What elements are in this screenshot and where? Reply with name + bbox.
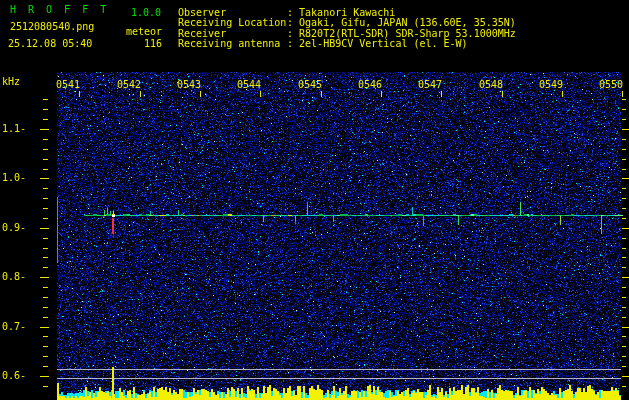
mode-label: meteor	[110, 27, 162, 37]
info-label: Receiving antenna	[178, 39, 287, 49]
app-title: H R O F F T	[10, 5, 109, 15]
info-value: Ogaki, Gifu, JAPAN (136.60E, 35.35N)	[299, 17, 516, 28]
time-tick-label: 0550	[598, 80, 624, 90]
hrofft-window: H R O F F T 1.0.0 2512080540.png meteor …	[0, 0, 629, 400]
info-separator: :	[287, 17, 299, 28]
time-tick-label: 0546	[357, 80, 383, 90]
time-tick-label: 0543	[176, 80, 202, 90]
time-tick-label: 0544	[236, 80, 262, 90]
time-tick-label: 0549	[538, 80, 564, 90]
freq-tick-label: 1.0-	[2, 173, 42, 183]
info-value: 2el-HB9CV Vertical (el. E-W)	[299, 38, 468, 49]
info-row-location: Receiving Location: Ogaki, Gifu, JAPAN (…	[178, 18, 516, 28]
freq-tick-label: 0.8-	[2, 272, 42, 282]
info-row-antenna: Receiving antenna: 2el-HB9CV Vertical (e…	[178, 39, 468, 49]
time-tick-label: 0542	[116, 80, 142, 90]
info-separator: :	[287, 38, 299, 49]
output-filename: 2512080540.png	[10, 22, 94, 32]
freq-tick-label: 1.1-	[2, 124, 42, 134]
freq-tick-label: 0.9-	[2, 223, 42, 233]
freq-tick-label: 0.6-	[2, 371, 42, 381]
time-tick-label: 0547	[417, 80, 443, 90]
spectrogram-canvas	[0, 0, 629, 400]
time-tick-label: 0545	[297, 80, 323, 90]
time-tick-label: 0541	[55, 80, 81, 90]
info-label: Receiving Location	[178, 18, 287, 28]
freq-unit-label: kHz	[2, 77, 20, 87]
freq-tick-label: 0.7-	[2, 322, 42, 332]
app-version: 1.0.0	[131, 8, 161, 18]
datetime-label: 25.12.08 05:40	[8, 39, 92, 49]
time-tick-label: 0548	[478, 80, 504, 90]
meteor-count: 116	[110, 39, 162, 49]
